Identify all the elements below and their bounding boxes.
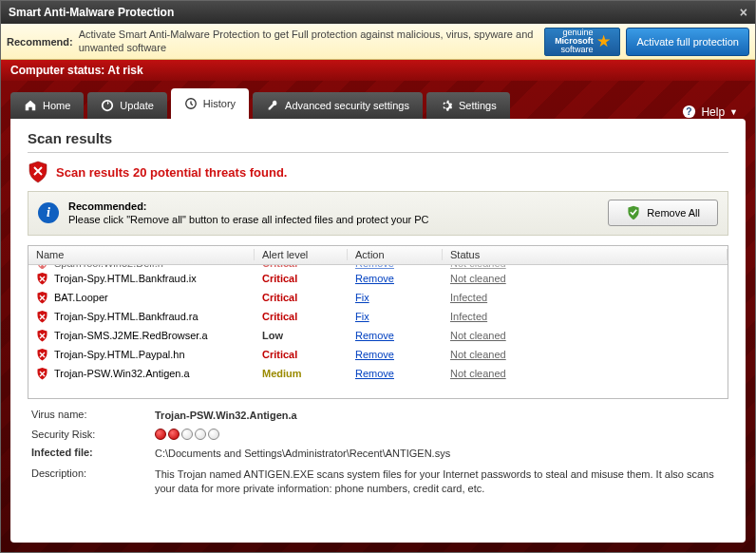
threats-table: Name Alert level Action Status SpamTool.… <box>28 245 728 399</box>
help-menu[interactable]: ? Help ▼ <box>674 105 746 119</box>
col-status[interactable]: Status <box>443 249 728 260</box>
chevron-down-icon: ▼ <box>729 107 738 117</box>
wrench-icon <box>266 99 279 112</box>
threat-name: BAT.Looper <box>28 291 255 304</box>
status-text: Not cleaned <box>443 349 728 360</box>
tab-bar: Home Update History Advanced security se… <box>10 88 746 119</box>
alert-level: Critical <box>255 311 348 322</box>
table-row[interactable]: Trojan-Spy.HTML.Paypal.hnCriticalRemoveN… <box>28 345 728 364</box>
action-link[interactable]: Fix <box>348 311 443 322</box>
tab-settings[interactable]: Settings <box>426 92 510 119</box>
status-text: Infected <box>443 292 728 303</box>
status-text: Infected <box>443 311 728 322</box>
status-text: Not cleaned <box>443 273 728 284</box>
activate-button[interactable]: Activate full protection <box>626 28 749 56</box>
threat-name: Trojan-PSW.Win32.Antigen.a <box>28 367 255 380</box>
recommended-box: i Recommended: Please click "Remove all"… <box>28 191 728 236</box>
threat-details: Virus name: Trojan-PSW.Win32.Antigen.a S… <box>28 399 728 503</box>
action-link[interactable]: Fix <box>348 292 443 303</box>
alert-level: Critical <box>255 349 348 360</box>
risk-indicator <box>155 429 725 440</box>
status-text: Not cleaned <box>443 265 728 269</box>
title-bar: Smart Anti-Malware Protection × <box>1 1 755 24</box>
alert-level: Critical <box>255 265 348 269</box>
table-row[interactable]: Trojan-SMS.J2ME.RedBrowser.aLowRemoveNot… <box>28 326 728 345</box>
status-bar: Computer status: At risk <box>1 60 755 81</box>
action-link[interactable]: Remove <box>348 330 443 341</box>
threats-alert: Scan results 20 potential threats found. <box>28 161 728 183</box>
risk-dot <box>181 429 193 440</box>
col-alert[interactable]: Alert level <box>255 249 348 260</box>
col-action[interactable]: Action <box>348 249 443 260</box>
risk-dot <box>155 429 166 440</box>
threat-name: Trojan-SMS.J2ME.RedBrowser.a <box>28 329 255 342</box>
action-link[interactable]: Remove <box>348 265 443 269</box>
action-link[interactable]: Remove <box>348 368 443 379</box>
alert-level: Medium <box>255 368 348 379</box>
action-link[interactable]: Remove <box>348 273 443 284</box>
risk-dot <box>195 429 206 440</box>
recommend-label: Recommend: <box>7 36 73 48</box>
scan-results-title: Scan results <box>28 130 728 153</box>
table-header: Name Alert level Action Status <box>28 246 728 265</box>
status-text: Not cleaned <box>443 330 728 341</box>
app-window: Smart Anti-Malware Protection × Recommen… <box>0 0 756 553</box>
infected-file-value: C:\Documents and Settings\Administrator\… <box>155 447 725 461</box>
alert-level: Critical <box>255 273 348 284</box>
info-icon: i <box>38 202 59 223</box>
genuine-badge: genuine Microsoft software <box>544 28 620 56</box>
infected-file-label: Infected file: <box>31 447 155 458</box>
remove-all-button[interactable]: Remove All <box>608 200 718 226</box>
alert-level: Critical <box>255 292 348 303</box>
recommend-text: Activate Smart Anti-Malware Protection t… <box>79 29 539 53</box>
alert-level: Low <box>255 330 348 341</box>
table-body[interactable]: SpamTool.Win32.Delf.hCriticalRemoveNot c… <box>28 265 728 398</box>
virus-name-label: Virus name: <box>31 409 155 420</box>
tab-update[interactable]: Update <box>87 92 166 119</box>
tab-history[interactable]: History <box>171 88 249 119</box>
table-row[interactable]: Trojan-Spy.HTML.Bankfraud.ixCriticalRemo… <box>28 269 728 288</box>
status-text: Not cleaned <box>443 368 728 379</box>
col-name[interactable]: Name <box>28 249 255 260</box>
action-link[interactable]: Remove <box>348 349 443 360</box>
gear-icon <box>440 99 453 112</box>
home-icon <box>24 99 37 112</box>
app-title: Smart Anti-Malware Protection <box>9 6 174 19</box>
main-area: Home Update History Advanced security se… <box>1 81 755 552</box>
risk-dot <box>208 429 219 440</box>
recommend-bar: Recommend: Activate Smart Anti-Malware P… <box>1 24 755 60</box>
recommended-label: Recommended: <box>68 200 598 213</box>
threat-name: Trojan-Spy.HTML.Bankfraud.ix <box>28 272 255 285</box>
table-row[interactable]: Trojan-Spy.HTML.Bankfraud.raCriticalFixI… <box>28 307 728 326</box>
description-value: This Trojan named ANTIGEN.EXE scans syst… <box>155 467 725 496</box>
shield-check-icon <box>626 205 641 220</box>
tab-home[interactable]: Home <box>10 92 84 119</box>
update-icon <box>101 99 114 112</box>
risk-dot <box>168 429 180 440</box>
shield-alert-icon <box>28 161 48 183</box>
threat-name: Trojan-Spy.HTML.Bankfraud.ra <box>28 310 255 323</box>
threat-name: SpamTool.Win32.Delf.h <box>28 265 255 269</box>
tab-advanced[interactable]: Advanced security settings <box>253 92 423 119</box>
svg-text:?: ? <box>687 106 692 117</box>
history-icon <box>184 97 198 110</box>
threat-name: Trojan-Spy.HTML.Paypal.hn <box>28 348 255 361</box>
content-panel: Scan results Scan results 20 potential t… <box>10 119 746 543</box>
threats-alert-text: Scan results 20 potential threats found. <box>56 165 287 180</box>
star-icon <box>597 35 611 48</box>
description-label: Description: <box>31 467 155 479</box>
security-risk-label: Security Risk: <box>31 429 155 440</box>
close-icon[interactable]: × <box>740 5 747 20</box>
recommended-text: Please click "Remove all" button to eras… <box>68 213 598 226</box>
table-row[interactable]: SpamTool.Win32.Delf.hCriticalRemoveNot c… <box>28 265 728 269</box>
table-row[interactable]: Trojan-PSW.Win32.Antigen.aMediumRemoveNo… <box>28 364 728 383</box>
help-icon: ? <box>682 105 696 119</box>
table-row[interactable]: BAT.LooperCriticalFixInfected <box>28 288 728 307</box>
virus-name-value: Trojan-PSW.Win32.Antigen.a <box>155 409 725 423</box>
